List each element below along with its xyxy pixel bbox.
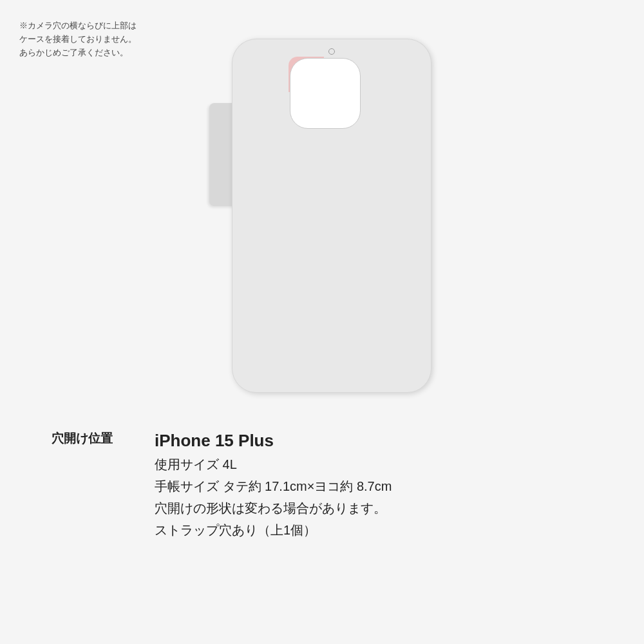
info-section: 穴開け位置 iPhone 15 Plus 使用サイズ 4L 手帳サイズ タテ約 …: [0, 412, 644, 644]
case-body: [232, 39, 431, 393]
size-line: 使用サイズ 4L: [155, 455, 392, 474]
case-illustration: ※カメラ穴の横ならびに上部はケースを接着しておりません。あらかじめご了承ください…: [0, 0, 644, 412]
strap-hole: [328, 48, 335, 55]
info-table: 穴開け位置 iPhone 15 Plus 使用サイズ 4L 手帳サイズ タテ約 …: [52, 425, 605, 545]
hole-position-label: 穴開け位置: [52, 430, 155, 447]
camera-note-text: ※カメラ穴の横ならびに上部はケースを接着しておりません。あらかじめご了承ください…: [19, 19, 142, 59]
camera-cutout: [290, 58, 361, 129]
model-name: iPhone 15 Plus: [155, 430, 392, 452]
strap-line: ストラップ穴あり（上1個）: [155, 520, 392, 540]
info-row-main: 穴開け位置 iPhone 15 Plus 使用サイズ 4L 手帳サイズ タテ約 …: [52, 425, 605, 545]
page-container: ※カメラ穴の横ならびに上部はケースを接着しておりません。あらかじめご了承ください…: [0, 0, 644, 644]
info-content: iPhone 15 Plus 使用サイズ 4L 手帳サイズ タテ約 17.1cm…: [155, 430, 392, 540]
notebook-size-line: 手帳サイズ タテ約 17.1cm×ヨコ約 8.7cm: [155, 477, 392, 496]
note-content: ※カメラ穴の横ならびに上部はケースを接着しておりません。あらかじめご了承ください…: [19, 21, 137, 57]
hole-shape-line: 穴開けの形状は変わる場合があります。: [155, 498, 392, 518]
case-wrapper: [200, 26, 444, 399]
